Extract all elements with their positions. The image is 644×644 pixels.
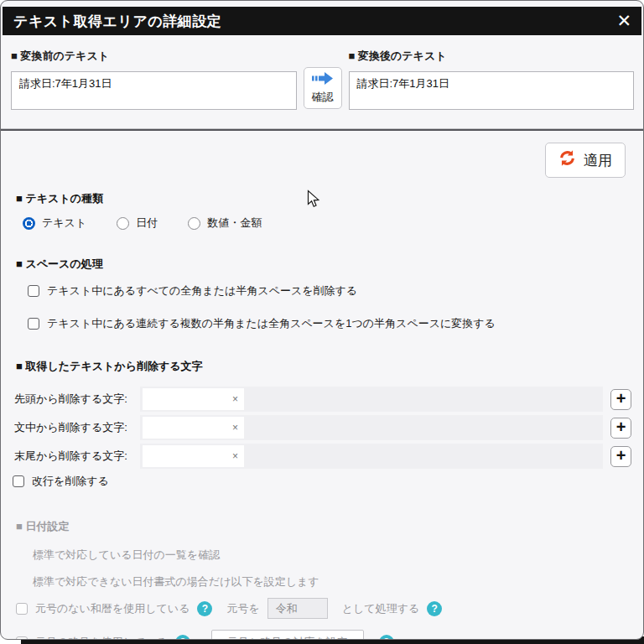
delete-middle-row: 文中から削除する文字: × + [14, 415, 631, 440]
delete-tail-bar: × [140, 444, 603, 469]
date-settings-note: 標準で対応できない日付書式の場合だけ以下を設定します [1, 574, 643, 589]
era-name-input[interactable]: 令和 [267, 598, 328, 619]
before-column: ■ 変換前のテキスト 請求日:7年1月31日 [11, 49, 297, 110]
space-option-row: テキスト中にある連続する複数の半角または全角スペースを1つの半角スペースに変換す… [28, 316, 643, 331]
delete-middle-input[interactable]: × [143, 417, 244, 439]
dialog-titlebar: テキスト取得エリアの詳細設定 ✕ [3, 7, 641, 35]
radio-label: 数値・金額 [207, 216, 262, 231]
add-tail-rule-button[interactable]: + [610, 446, 631, 467]
conversion-preview-section: ■ 変換前のテキスト 請求日:7年1月31日 確認 ■ 変換後のテキスト 請求日… [1, 35, 643, 110]
delete-tail-input[interactable]: × [143, 445, 244, 467]
help-icon[interactable]: ? [175, 635, 190, 640]
help-icon[interactable]: ? [197, 601, 212, 616]
delete-head-bar: × [140, 387, 603, 412]
apply-button-label: 適用 [584, 151, 612, 170]
radio-option-date[interactable]: 日付 [117, 216, 158, 231]
checkbox-label: テキスト中にある連続する複数の半角または全角スペースを1つの半角スペースに変換す… [47, 316, 496, 331]
checkbox-remove-linebreak[interactable] [13, 475, 24, 487]
before-text-label: ■ 変換前のテキスト [11, 49, 297, 64]
text-type-heading: ■ テキストの種類 [1, 191, 643, 206]
radio-icon[interactable] [117, 217, 129, 230]
dialog-title: テキスト取得エリアの詳細設定 [13, 12, 606, 31]
confirm-arrow-icon [311, 71, 334, 88]
confirm-button[interactable]: 確認 [304, 67, 342, 109]
radio-option-text[interactable]: テキスト [23, 216, 86, 231]
help-icon[interactable]: ? [379, 635, 394, 640]
checkbox-era-abbreviation[interactable] [16, 636, 28, 640]
refresh-icon [558, 149, 576, 171]
delete-head-row: 先頭から削除する文字: × + [14, 387, 631, 412]
apply-button[interactable]: 適用 [545, 143, 626, 178]
delete-tail-label: 末尾から削除する文字: [14, 449, 140, 464]
add-head-rule-button[interactable]: + [610, 389, 631, 410]
text-type-options: テキスト 日付 数値・金額 [23, 216, 643, 231]
radio-label: 日付 [136, 216, 158, 231]
era-mapping-button[interactable]: 元号と略号の対応を設定 [211, 630, 364, 640]
radio-icon[interactable] [188, 217, 200, 230]
era-suffix-label: として処理する [342, 601, 420, 616]
era-prefix-label: 元号を [226, 601, 259, 616]
after-column: ■ 変換後のテキスト 請求日:7年1月31日 [349, 49, 635, 110]
delete-head-input[interactable]: × [143, 388, 244, 410]
checkbox-remove-all-spaces[interactable] [28, 285, 39, 297]
radio-option-number[interactable]: 数値・金額 [188, 216, 262, 231]
space-option-row: テキスト中にあるすべての全角または半角スペースを削除する [28, 283, 643, 299]
confirm-button-label: 確認 [312, 90, 334, 105]
era-abbreviation-row: 元号の略号を使用している ? 元号と略号の対応を設定 ? [1, 630, 643, 640]
era-without-gengo-row: 元号のない和暦を使用している ? 元号を 令和 として処理する ? [1, 598, 643, 619]
checkbox-label: 元号の略号を使用している [35, 635, 168, 640]
checkbox-label: 元号のない和暦を使用している [35, 601, 190, 616]
date-settings-section: ■ 日付設定 標準で対応している日付の一覧を確認 標準で対応できない日付書式の場… [1, 519, 643, 640]
dialog-window: テキスト取得エリアの詳細設定 ✕ ■ 変換前のテキスト 請求日:7年1月31日 … [0, 0, 644, 640]
clear-icon[interactable]: × [232, 422, 238, 434]
radio-selected-icon[interactable] [23, 217, 35, 230]
radio-label: テキスト [42, 216, 86, 231]
delete-middle-bar: × [140, 415, 603, 440]
checkbox-label: テキスト中にあるすべての全角または半角スペースを削除する [47, 283, 357, 299]
add-middle-rule-button[interactable]: + [610, 418, 631, 439]
close-icon[interactable]: ✕ [606, 8, 631, 34]
before-text-box[interactable]: 請求日:7年1月31日 [11, 71, 297, 110]
supported-dates-link[interactable]: 標準で対応している日付の一覧を確認 [1, 548, 643, 563]
date-settings-heading: ■ 日付設定 [1, 519, 643, 534]
after-text-label: ■ 変換後のテキスト [349, 49, 635, 64]
delete-head-label: 先頭から削除する文字: [14, 392, 140, 407]
checkbox-label: 改行を削除する [32, 474, 109, 489]
help-icon[interactable]: ? [427, 601, 442, 616]
linebreak-row: 改行を削除する [13, 474, 643, 489]
after-text-box: 請求日:7年1月31日 [349, 71, 635, 110]
space-handling-heading: ■ スペースの処理 [1, 257, 643, 272]
clear-icon[interactable]: × [232, 450, 238, 462]
delete-middle-label: 文中から削除する文字: [14, 420, 140, 435]
delete-chars-heading: ■ 取得したテキストから削除する文字 [1, 359, 643, 374]
apply-row: 適用 [1, 131, 643, 178]
checkbox-era-without-gengo[interactable] [16, 603, 28, 615]
delete-tail-row: 末尾から削除する文字: × + [14, 444, 631, 469]
checkbox-collapse-spaces[interactable] [28, 318, 39, 330]
clear-icon[interactable]: × [232, 393, 238, 405]
